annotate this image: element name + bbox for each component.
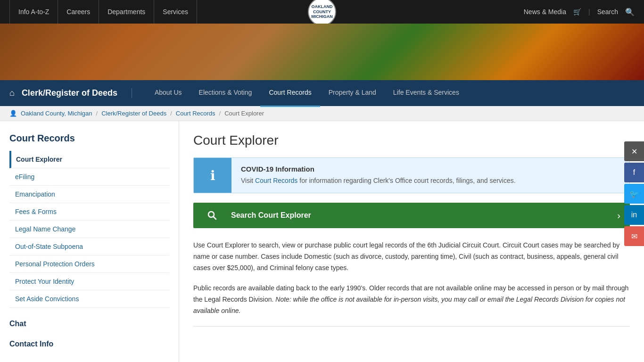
- breadcrumb-sep-3: /: [219, 110, 221, 117]
- sub-navigation: ⌂ Clerk/Register of Deeds About Us Elect…: [0, 80, 644, 106]
- breadcrumb-current: Court Explorer: [224, 110, 264, 117]
- court-records-link[interactable]: Court Records: [255, 177, 297, 184]
- top-nav-right: News & Media 🛒 | Search 🔍: [524, 8, 635, 16]
- sub-nav-links: About Us Elections & Voting Court Record…: [146, 80, 468, 107]
- logo-area: OAKLAND COUNTY MICHIGAN: [308, 0, 336, 26]
- svg-line-1: [214, 217, 216, 220]
- breadcrumb-sep-2: /: [170, 110, 172, 117]
- top-nav-links: Info A-to-Z Careers Departments Services: [9, 0, 197, 24]
- facebook-share-button[interactable]: f: [624, 163, 644, 182]
- main-layout: Court Records Court Explorer eFiling Ema…: [0, 121, 644, 362]
- subnav-court-records[interactable]: Court Records: [260, 80, 320, 107]
- breadcrumb: 👤 Oakland County, Michigan / Clerk/Regis…: [0, 106, 644, 121]
- logo-line3: MICHIGAN: [311, 14, 333, 19]
- nav-careers[interactable]: Careers: [58, 0, 99, 24]
- sidebar-item-legal-name: Legal Name Change: [9, 221, 169, 238]
- cart-icon[interactable]: 🛒: [573, 8, 581, 16]
- subnav-elections[interactable]: Elections & Voting: [190, 80, 261, 107]
- nav-divider: |: [588, 8, 590, 16]
- info-box-content: COVID-19 Information Visit Court Records…: [231, 158, 525, 193]
- logo-line1: OAKLAND: [312, 4, 333, 9]
- body-text-2: Public records are available dating back…: [193, 283, 630, 316]
- oakland-logo[interactable]: OAKLAND COUNTY MICHIGAN: [308, 0, 336, 26]
- sidebar-nav: Court Explorer eFiling Emancipation Fees…: [9, 151, 169, 308]
- sidebar-link-protect-identity[interactable]: Protect Your Identity: [9, 273, 169, 290]
- search-label: Search: [597, 8, 618, 16]
- linkedin-share-button[interactable]: in: [624, 205, 644, 225]
- dept-title: Clerk/Register of Deeds: [22, 88, 132, 98]
- breadcrumb-dept[interactable]: Clerk/Register of Deeds: [101, 110, 166, 117]
- body-text-1: Use Court Explorer to search, view or pu…: [193, 240, 630, 273]
- sidebar-link-efiling[interactable]: eFiling: [9, 168, 169, 185]
- search-box-label: Search Court Explorer: [231, 203, 608, 228]
- covid-info-box: ℹ COVID-19 Information Visit Court Recor…: [193, 157, 630, 193]
- twitter-share-button[interactable]: 🐦: [624, 184, 644, 204]
- page-title: Court Explorer: [193, 133, 630, 148]
- news-media-link[interactable]: News & Media: [524, 8, 566, 16]
- breadcrumb-sep-1: /: [96, 110, 98, 117]
- search-icon-green: [193, 210, 231, 221]
- info-box-title: COVID-19 Information: [241, 165, 516, 173]
- sidebar-title: Court Records: [9, 133, 169, 144]
- sidebar-item-court-explorer: Court Explorer: [9, 151, 169, 168]
- nav-departments[interactable]: Departments: [99, 0, 154, 24]
- sidebar-item-emancipation: Emancipation: [9, 186, 169, 203]
- social-share-bar: ✕ f 🐦 in ✉: [624, 141, 644, 246]
- sidebar-item-protect-identity: Protect Your Identity: [9, 273, 169, 290]
- home-icon[interactable]: ⌂: [9, 88, 15, 98]
- info-icon-area: ℹ: [194, 158, 231, 193]
- email-share-button[interactable]: ✉: [624, 226, 644, 246]
- info-text-before: Visit: [241, 177, 255, 184]
- info-box-text: Visit Court Records for information rega…: [241, 176, 516, 186]
- subnav-life-events[interactable]: Life Events & Services: [385, 80, 468, 107]
- sidebar-item-fees-forms: Fees & Forms: [9, 203, 169, 221]
- sidebar-item-ppo: Personal Protection Orders: [9, 255, 169, 273]
- info-circle-icon: ℹ: [210, 168, 215, 183]
- sidebar-link-legal-name[interactable]: Legal Name Change: [9, 221, 169, 238]
- sidebar-item-out-of-state: Out-of-State Subpoena: [9, 238, 169, 255]
- sidebar-link-court-explorer[interactable]: Court Explorer: [11, 151, 169, 168]
- sidebar-item-set-aside: Set Aside Convictions: [9, 290, 169, 308]
- sidebar-item-efiling: eFiling: [9, 168, 169, 186]
- info-text-after: for information regarding Clerk's Office…: [297, 177, 515, 184]
- sidebar-link-set-aside[interactable]: Set Aside Convictions: [9, 290, 169, 307]
- chat-title: Chat: [9, 320, 169, 328]
- content-divider: [193, 326, 630, 327]
- nav-services[interactable]: Services: [154, 0, 197, 24]
- breadcrumb-court-records[interactable]: Court Records: [176, 110, 215, 117]
- sidebar-chat-section: Chat: [9, 320, 169, 328]
- main-content: Court Explorer ℹ COVID-19 Information Vi…: [179, 121, 644, 362]
- search-court-explorer-box[interactable]: Search Court Explorer ›: [193, 203, 630, 228]
- sidebar-link-ppo[interactable]: Personal Protection Orders: [9, 255, 169, 272]
- person-icon: 👤: [9, 110, 17, 117]
- logo-line2: COUNTY: [313, 9, 331, 15]
- sidebar: Court Records Court Explorer eFiling Ema…: [0, 121, 179, 362]
- hero-banner: [0, 24, 644, 80]
- sidebar-link-fees-forms[interactable]: Fees & Forms: [9, 203, 169, 220]
- sidebar-contact-section: Contact Info: [9, 340, 169, 348]
- subnav-property[interactable]: Property & Land: [320, 80, 385, 107]
- nav-info-a-to-z[interactable]: Info A-to-Z: [9, 0, 58, 24]
- search-icon[interactable]: 🔍: [625, 8, 635, 16]
- sidebar-link-emancipation[interactable]: Emancipation: [9, 186, 169, 203]
- breadcrumb-home[interactable]: Oakland County, Michigan: [21, 110, 92, 117]
- top-navigation: Info A-to-Z Careers Departments Services…: [0, 0, 644, 24]
- contact-title: Contact Info: [9, 340, 169, 348]
- social-close-button[interactable]: ✕: [624, 141, 644, 161]
- sidebar-link-out-of-state[interactable]: Out-of-State Subpoena: [9, 238, 169, 255]
- subnav-about[interactable]: About Us: [146, 80, 190, 107]
